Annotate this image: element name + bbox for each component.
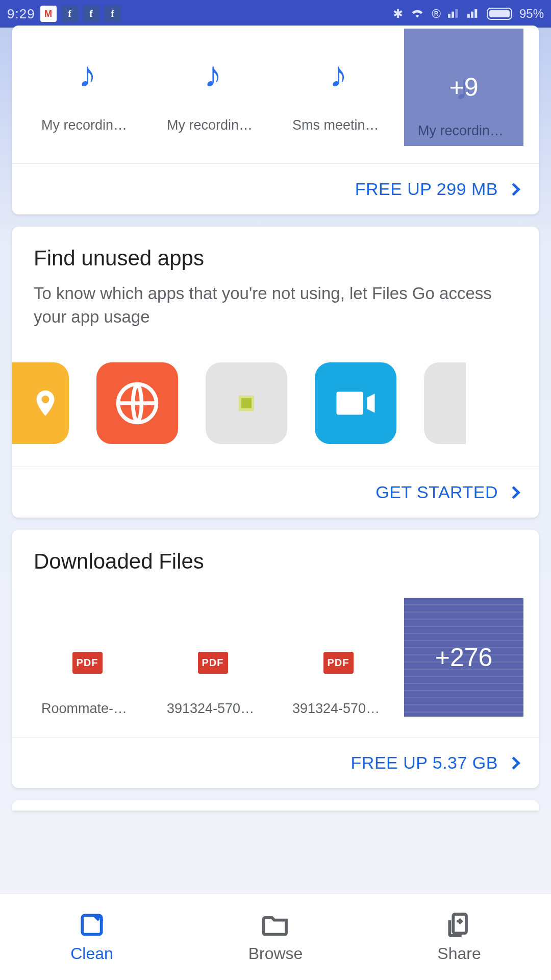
audio-item-label: My recording #… <box>41 117 133 133</box>
nav-clean[interactable]: Clean <box>0 894 184 980</box>
audio-item-label: Sms meeting 2… <box>292 117 384 133</box>
card-title: Find unused apps <box>34 246 517 271</box>
audio-item[interactable]: ♪ My recording #… <box>153 39 272 146</box>
audio-item[interactable]: ♪ Sms meeting 2… <box>279 39 398 146</box>
download-item-label: 391324-57058… <box>292 701 384 717</box>
apps-row[interactable] <box>12 338 539 467</box>
signal-icon <box>467 7 480 21</box>
app-icon-unknown <box>206 362 287 444</box>
gmail-icon: M <box>40 6 57 22</box>
svg-point-2 <box>97 915 101 918</box>
download-item[interactable]: PDF 391324-57058… <box>279 624 398 717</box>
music-note-icon: ♪ <box>330 54 347 95</box>
download-item-more[interactable]: +276 <box>404 598 523 717</box>
chevron-right-icon <box>507 756 520 769</box>
nav-share[interactable]: Share <box>367 894 551 980</box>
nav-label: Clean <box>70 944 113 963</box>
app-icon-video <box>315 362 396 444</box>
music-note-icon: ♪ <box>204 54 222 95</box>
pdf-icon: PDF <box>72 652 103 674</box>
action-label: GET STARTED <box>375 482 498 502</box>
facebook-icon: f <box>105 6 121 22</box>
free-up-downloads-button[interactable]: FREE UP 5.37 GB <box>12 737 539 788</box>
card-subtitle: To know which apps that you're not using… <box>34 282 517 329</box>
app-icon-maps <box>12 362 69 444</box>
pdf-icon: PDF <box>323 652 354 674</box>
audio-items: ♪ My recording #… ♪ My recording #… ♪ Sm… <box>12 26 539 163</box>
downloads-card: Downloaded Files PDF Roommate-Dia… PDF 3… <box>12 530 539 788</box>
nav-label: Share <box>437 944 481 963</box>
wifi-icon <box>410 7 424 21</box>
facebook-icon: f <box>62 6 78 22</box>
audio-item-more[interactable]: ♪ +9 My recording #… <box>404 39 523 146</box>
battery-percent: 95% <box>519 7 544 21</box>
more-count: +9 <box>449 72 478 102</box>
status-right: ✱ ® 95% <box>393 7 544 21</box>
nav-label: Browse <box>248 944 303 963</box>
music-note-icon: ♪ <box>79 54 96 95</box>
bottom-nav: Clean Browse Share <box>0 893 551 980</box>
unused-apps-card: Find unused apps To know which apps that… <box>12 227 539 518</box>
download-item[interactable]: PDF Roommate-Dia… <box>28 624 147 717</box>
share-icon <box>445 911 473 939</box>
facebook-icon: f <box>83 6 99 22</box>
get-started-button[interactable]: GET STARTED <box>12 467 539 518</box>
download-item-label: 391324-57058… <box>167 701 259 717</box>
audio-item-label: My recording #… <box>418 123 510 139</box>
folder-icon <box>261 911 290 939</box>
bluetooth-icon: ✱ <box>393 7 403 21</box>
more-count: +276 <box>435 643 493 672</box>
app-icon-more <box>424 362 466 444</box>
signal-icon <box>448 7 460 21</box>
status-time: 9:29 <box>7 6 35 22</box>
registered-icon: ® <box>432 7 441 21</box>
next-card-peek <box>12 800 539 811</box>
chevron-right-icon <box>507 183 520 195</box>
chevron-right-icon <box>507 486 520 499</box>
status-bar: 9:29 M f f f ✱ ® 95% <box>0 0 551 28</box>
app-icon-browser <box>96 362 178 444</box>
clean-icon <box>78 911 106 939</box>
audio-item[interactable]: ♪ My recording #… <box>28 39 147 146</box>
nav-browse[interactable]: Browse <box>184 894 367 980</box>
downloads-items: PDF Roommate-Dia… PDF 391324-57058… PDF … <box>12 583 539 737</box>
card-title: Downloaded Files <box>34 549 517 574</box>
battery-icon <box>487 8 512 20</box>
audio-card: ♪ My recording #… ♪ My recording #… ♪ Sm… <box>12 26 539 214</box>
action-label: FREE UP 299 MB <box>355 179 498 199</box>
audio-item-label: My recording #… <box>167 117 259 133</box>
free-up-audio-button[interactable]: FREE UP 299 MB <box>12 163 539 214</box>
download-item[interactable]: PDF 391324-57058… <box>153 624 272 717</box>
status-left: 9:29 M f f f <box>7 6 121 22</box>
action-label: FREE UP 5.37 GB <box>351 753 498 773</box>
svg-point-3 <box>101 919 104 921</box>
pdf-icon: PDF <box>198 652 228 674</box>
download-item-label: Roommate-Dia… <box>41 701 133 717</box>
